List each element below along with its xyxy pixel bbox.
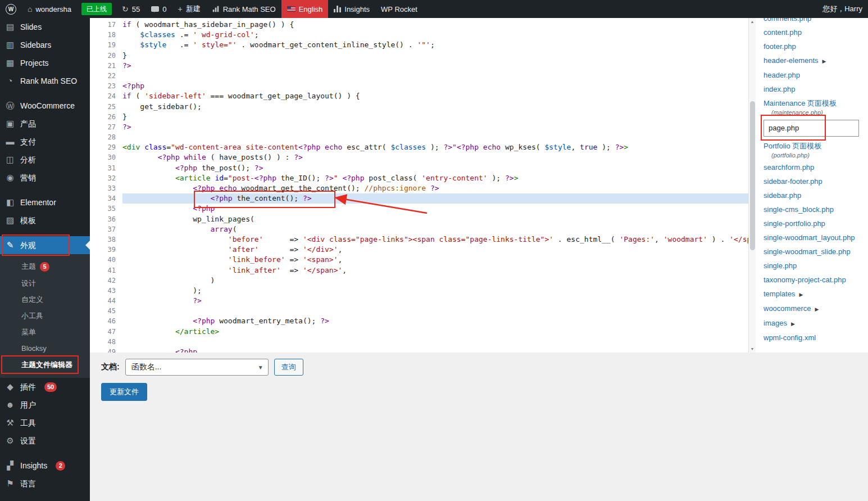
submenu-item-customize[interactable]: 自定义: [0, 291, 90, 308]
sidebar-item-users[interactable]: ☻用户: [0, 396, 90, 414]
line-number: 38: [90, 234, 122, 245]
sidebar-item-elementor[interactable]: ◧Elementor: [0, 193, 90, 211]
line-number: 23: [90, 81, 122, 91]
code-text: </article>: [122, 327, 748, 337]
sidebar-item-products[interactable]: ▣产品: [0, 115, 90, 133]
file-item[interactable]: footer.php: [764, 40, 865, 54]
file-item[interactable]: taxonomy-project-cat.php: [764, 273, 865, 287]
code-text: }: [122, 112, 748, 122]
sidebar-item-rank-math-seo[interactable]: ◔Rank Math SEO: [0, 72, 90, 90]
file-description: (maintenance.php): [764, 109, 865, 118]
sidebar-item-label: 插件: [20, 382, 36, 392]
line-number: 24: [90, 91, 122, 101]
file-link: footer.php: [764, 42, 796, 51]
sidebar-item-payments[interactable]: ▬支付: [0, 133, 90, 151]
sidebar-item-projects[interactable]: ▦Projects: [0, 54, 90, 72]
submenu-item-themes[interactable]: 主题5: [0, 258, 90, 275]
sidebar-item-plugins[interactable]: ◆插件50: [0, 378, 90, 396]
sidebar-item-label: 用户: [20, 400, 36, 410]
insights-menu[interactable]: Insights: [328, 0, 375, 18]
line-number: 34: [90, 193, 122, 204]
language-switcher[interactable]: English: [281, 0, 329, 18]
sidebar-item-woocommerce[interactable]: ⓌWooCommerce: [0, 97, 90, 115]
file-link: sidebar-footer.php: [764, 177, 822, 186]
site-name: wondersha: [35, 5, 71, 13]
file-item[interactable]: comments.php: [764, 18, 865, 26]
sidebar-item-settings[interactable]: ⚙设置: [0, 432, 90, 450]
code-text: [122, 306, 748, 316]
line-number: 20: [90, 51, 122, 61]
file-item[interactable]: sidebar.php: [764, 189, 865, 203]
theme-files-list: comments.phpcontent.phpfooter.phpheader-…: [764, 18, 865, 345]
folder-item[interactable]: header-elements▶: [764, 54, 865, 69]
scrollbar-thumb[interactable]: [750, 101, 755, 250]
file-item[interactable]: sidebar-footer.php: [764, 175, 865, 189]
rank-math-menu[interactable]: Rank Math SEO: [206, 0, 281, 18]
code-line: 43 );: [90, 286, 748, 296]
file-item[interactable]: wpml-config.xml: [764, 331, 865, 345]
new-content-menu[interactable]: + 新建: [172, 0, 206, 18]
folder-item[interactable]: templates▶: [764, 287, 865, 302]
lookup-button[interactable]: 查询: [274, 359, 303, 376]
code-text: get_sidebar();: [122, 102, 748, 112]
account-menu[interactable]: 您好，Harry: [817, 0, 868, 18]
submenu-item-design[interactable]: 设计: [0, 275, 90, 291]
code-text: if ( woodmart_has_sidebar_in_page() ) {: [122, 20, 748, 30]
sidebar-item-label: Slides: [20, 22, 42, 32]
file-item[interactable]: content.php: [764, 26, 865, 40]
folder-item[interactable]: woocommerce▶: [764, 302, 865, 317]
code-line: 39 'after' => '</div>',: [90, 245, 748, 255]
file-item[interactable]: single-cms_block.php: [764, 203, 865, 217]
sidebar-item-insights[interactable]: ▞Insights2: [0, 457, 90, 475]
code-text: <?php woodmart_entry_meta(); ?>: [122, 316, 748, 326]
sidebar-item-label: Sidebars: [20, 40, 51, 50]
site-name-menu[interactable]: ⌂ wondersha: [22, 0, 77, 18]
file-link: Portfolio 页面模板: [764, 142, 821, 150]
sidebar-item-appearance[interactable]: ✎外观: [0, 236, 90, 254]
file-item[interactable]: index.php: [764, 83, 865, 97]
wp-logo-menu[interactable]: W: [0, 0, 22, 18]
line-number: 33: [90, 183, 122, 193]
submenu-item-blocksy[interactable]: Blocksy: [0, 340, 90, 356]
submenu-item-menus[interactable]: 菜单: [0, 324, 90, 340]
admin-bar: W ⌂ wondersha 已上线 ↻ 55 0 + 新建 Rank Math …: [0, 0, 868, 18]
file-item[interactable]: single-woodmart_slide.php: [764, 245, 865, 259]
submenu-item-label: 主题文件编辑器: [21, 360, 72, 369]
sidebar-item-templates[interactable]: ▨模板: [0, 211, 90, 229]
submenu-item-widgets[interactable]: 小工具: [0, 308, 90, 324]
code-line: 22: [90, 71, 748, 81]
file-link: single.php: [764, 261, 797, 270]
chart-icon: [334, 6, 341, 12]
code-line: 25 get_sidebar();: [90, 102, 748, 112]
file-item[interactable]: searchform.php: [764, 161, 865, 175]
line-number: 35: [90, 204, 122, 214]
sidebar-item-marketing[interactable]: ◉营销: [0, 169, 90, 187]
sidebar-item-languages[interactable]: ⚑语言: [0, 475, 90, 493]
comments-menu[interactable]: 0: [146, 0, 172, 18]
sidebar-item-tools[interactable]: ⚒工具: [0, 414, 90, 432]
code-line: 40 'link_before' => '<span>',: [90, 255, 748, 265]
scroll-down-icon[interactable]: ▼: [749, 345, 756, 353]
submenu-item-theme-file-editor[interactable]: 主题文件编辑器: [0, 356, 90, 373]
count-badge: 50: [44, 382, 57, 392]
code-editor[interactable]: 17if ( woodmart_has_sidebar_in_page() ) …: [90, 18, 748, 353]
file-item[interactable]: single.php: [764, 259, 865, 273]
sidebar-item-slides[interactable]: ▤Slides: [0, 18, 90, 36]
file-item[interactable]: single-portfolio.php: [764, 217, 865, 231]
templates-icon: ▨: [4, 215, 16, 225]
sidebar-item-analytics[interactable]: ◫分析: [0, 151, 90, 169]
update-file-button[interactable]: 更新文件: [101, 383, 147, 401]
line-number: 39: [90, 245, 122, 255]
file-item[interactable]: single-woodmart_layout.php: [764, 231, 865, 245]
wp-rocket-menu[interactable]: WP Rocket: [375, 0, 423, 18]
code-text: array(: [122, 224, 748, 234]
code-text: $style .= ' style="' . woodmart_get_cont…: [122, 40, 748, 50]
sidebar-item-sidebars[interactable]: ▥Sidebars: [0, 36, 90, 54]
scroll-up-icon[interactable]: ▲: [749, 18, 756, 25]
function-select[interactable]: 函数名... ▼: [125, 359, 269, 376]
folder-item[interactable]: images▶: [764, 317, 865, 331]
editor-scrollbar[interactable]: ▲ ▼: [748, 18, 756, 353]
payments-icon: ▬: [4, 137, 16, 147]
file-item[interactable]: header.php: [764, 69, 865, 83]
updates-menu[interactable]: ↻ 55: [116, 0, 146, 18]
